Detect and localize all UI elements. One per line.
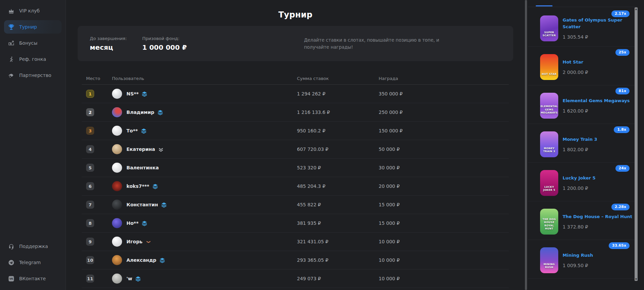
username: То**: [126, 128, 138, 133]
game-title[interactable]: The Dog House – Royal Hunt: [563, 213, 637, 220]
game-thumbnail-label: SUPER SCATTER: [540, 31, 558, 37]
table-row[interactable]: 5 Валентинка 523 320 ₽ 30 000 ₽: [82, 159, 509, 177]
scroll-up-icon[interactable]: ▲: [635, 7, 638, 11]
sidebar-item-partnership[interactable]: Партнерство: [4, 69, 62, 82]
win-amount: 1 802.00 ₽: [563, 147, 637, 152]
sidebar-item-label: Поддержка: [19, 244, 48, 249]
trophy-icon: [8, 24, 14, 30]
username: Екатерина: [126, 147, 155, 152]
win-amount: 1 200.00 ₽: [563, 185, 637, 191]
multiplier-badge: 24x: [615, 165, 630, 172]
bets-sum: 950 160.2 ₽: [297, 128, 379, 133]
header-bets-sum: Сумма ставок: [297, 76, 379, 81]
username: NS**: [126, 91, 139, 96]
reward: 30 000 ₽: [379, 165, 504, 170]
game-thumbnail[interactable]: LUCKY JOKER 5: [540, 170, 558, 196]
place-badge: 4: [86, 145, 94, 153]
multiplier-badge: 81x: [615, 88, 630, 94]
live-win-card[interactable]: 2.17x SUPER SCATTER Gates of Olympus Sup…: [528, 8, 637, 47]
sidebar-item-tournament[interactable]: Турнир: [4, 20, 62, 34]
bets-sum: 523 320 ₽: [297, 165, 379, 170]
avatar: [112, 126, 122, 136]
avatar: [112, 89, 122, 99]
main-scrollbar-thumb[interactable]: [525, 0, 527, 290]
live-win-card[interactable]: 24x LUCKY JOKER 5 Lucky Joker 5 1 200.00…: [528, 163, 637, 201]
username: 'w: [126, 276, 132, 281]
live-wins-panel: 2.17x SUPER SCATTER Gates of Olympus Sup…: [528, 0, 644, 290]
game-thumbnail-label: ELEMENTAL GEMS MEGAWAYS: [540, 105, 558, 114]
sidebar-spacer: [0, 83, 66, 238]
game-title[interactable]: Hot Star: [563, 59, 637, 66]
game-thumbnail-label: MINING RUSH: [540, 263, 558, 269]
table-header-row: Место Пользователь Сумма ставок Награда: [82, 72, 509, 85]
game-title[interactable]: Gates of Olympus Super Scatter: [563, 17, 637, 30]
main-scrollbar[interactable]: [525, 0, 527, 290]
scroll-down-icon[interactable]: ▼: [635, 278, 638, 281]
rank-layers-icon: [159, 257, 165, 263]
place-badge: 3: [86, 127, 94, 135]
reward: 10 000 ₽: [379, 276, 504, 281]
table-row[interactable]: 8 Но** 381 935 ₽ 15 000 ₽: [82, 214, 509, 233]
sidebar-item-label: VIP клуб: [19, 8, 40, 13]
sidebar-item-support[interactable]: Поддержка: [4, 240, 62, 253]
win-amount: 1 620.00 ₽: [563, 108, 637, 114]
sidebar-item-bonuses[interactable]: Бонусы: [4, 36, 62, 50]
live-win-card[interactable]: 81x ELEMENTAL GEMS MEGAWAYS Elemental Ge…: [528, 85, 637, 124]
game-thumbnail[interactable]: THE DOG HOUSE ROYAL HUNT: [540, 209, 558, 235]
panel-scrollbar[interactable]: ▲ ▼: [635, 7, 638, 281]
live-win-card[interactable]: 25x HOT STAR Hot Star 2 000.00 ₽: [528, 47, 637, 85]
win-amount: 2 000.00 ₽: [563, 70, 637, 75]
table-row[interactable]: 2 Владимир 1 216 133.6 ₽ 250 000 ₽: [82, 103, 509, 122]
username: Но**: [126, 220, 139, 226]
game-thumbnail[interactable]: MINING RUSH: [540, 247, 558, 273]
live-win-card[interactable]: 2.28x THE DOG HOUSE ROYAL HUNT The Dog H…: [528, 201, 637, 240]
game-title[interactable]: Lucky Joker 5: [563, 175, 637, 181]
table-row[interactable]: 1 NS** 1 294 262 ₽ 350 000 ₽: [82, 85, 509, 103]
table-row[interactable]: 10 Александр 293 365.05 ₽ 10 000 ₽: [82, 251, 509, 270]
live-win-card[interactable]: 1.8x MONEY TRAIN 3 Money Train 3 1 802.0…: [528, 124, 637, 163]
game-thumbnail[interactable]: ELEMENTAL GEMS MEGAWAYS: [540, 93, 558, 119]
live-win-card[interactable]: 33.65x MINING RUSH Mining Rush 1 009.50 …: [528, 240, 637, 279]
rank-chevron-icon: [146, 239, 151, 245]
table-row[interactable]: 4 Екатерина 607 720.03 ₽ 50 000 ₽: [82, 140, 509, 159]
crown-icon: [8, 7, 14, 14]
game-title[interactable]: Mining Rush: [563, 252, 637, 259]
game-thumbnail[interactable]: MONEY TRAIN 3: [540, 131, 558, 157]
reward: 10 000 ₽: [379, 257, 504, 263]
game-thumbnail[interactable]: HOT STAR: [540, 54, 558, 80]
sidebar-item-vip-club[interactable]: VIP клуб: [4, 4, 62, 17]
prize-fund-stat: Призовой фонд: 1 000 000 ₽: [142, 36, 187, 51]
game-thumbnail[interactable]: SUPER SCATTER: [540, 15, 558, 41]
left-sidebar: VIP клуб Турнир Бонусы Реф. гонка Партне…: [0, 0, 66, 290]
table-row[interactable]: 7 Константин 455 822 ₽ 15 000 ₽: [82, 196, 509, 214]
table-row[interactable]: 3 То** 950 160.2 ₽ 150 000 ₽: [82, 122, 509, 140]
game-title[interactable]: Money Train 3: [563, 136, 637, 143]
panel-divider: [528, 7, 637, 7]
tournament-info-box: До завершения: месяц Призовой фонд: 1 00…: [78, 26, 513, 61]
sidebar-item-referral-race[interactable]: Реф. гонка: [4, 52, 62, 66]
bets-sum: 455 822 ₽: [297, 202, 379, 207]
sidebar-item-label: Telegram: [19, 260, 41, 265]
bets-sum: 1 216 133.6 ₽: [297, 110, 379, 115]
place-badge: 8: [86, 219, 94, 227]
game-title[interactable]: Elemental Gems Megaways: [563, 97, 637, 104]
multiplier-badge: 25x: [615, 49, 630, 56]
live-wins-list: 2.17x SUPER SCATTER Gates of Olympus Sup…: [528, 8, 637, 279]
username: Александр: [126, 257, 156, 263]
username: Игорь: [126, 239, 143, 244]
place-badge: 11: [86, 275, 94, 283]
prize-fund-value: 1 000 000 ₽: [142, 43, 187, 51]
sidebar-item-telegram[interactable]: Telegram: [4, 256, 62, 269]
table-row[interactable]: 9 Игорь 321 431.05 ₽ 10 000 ₽: [82, 233, 509, 251]
multiplier-badge: 2.28x: [611, 204, 630, 210]
rank-layers-icon: [157, 110, 163, 115]
place-badge: 5: [86, 164, 94, 172]
table-row[interactable]: 11 'w 249 073 ₽ 10 000 ₽: [82, 270, 509, 288]
sidebar-item-vkontakte[interactable]: VK ВКонтакте: [4, 272, 62, 285]
reward: 50 000 ₽: [379, 147, 504, 152]
rank-layers-icon: [161, 202, 167, 208]
rank-layers-icon: [142, 220, 147, 226]
win-amount: 1 372.80 ₽: [563, 224, 637, 230]
table-row[interactable]: 6 koks7*** 485 204.3 ₽ 20 000 ₽: [82, 177, 509, 196]
rank-layers-icon: [142, 91, 147, 97]
